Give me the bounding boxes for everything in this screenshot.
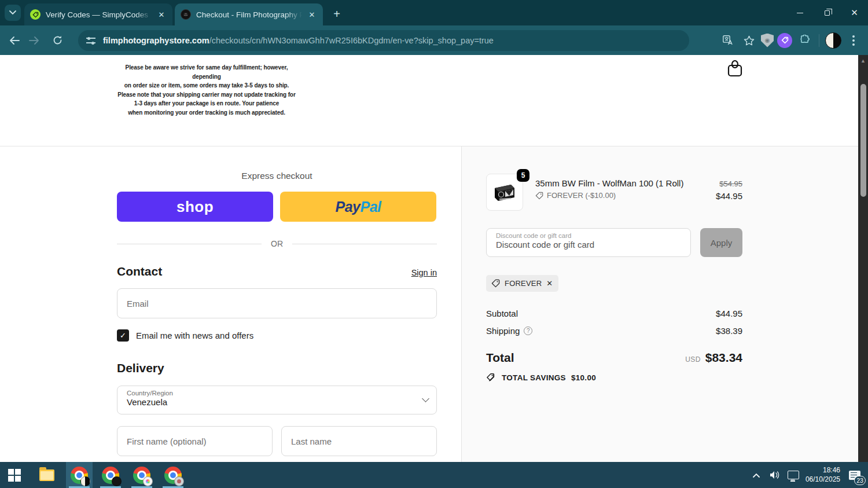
discount-chip-label: FOREVER bbox=[505, 279, 542, 288]
tag-icon bbox=[535, 192, 543, 200]
total-savings-row: TOTAL SAVINGS $10.00 bbox=[486, 373, 742, 382]
network-button[interactable] bbox=[787, 471, 800, 479]
checkout-form-column: Express checkout shop PayPal OR Contact … bbox=[117, 146, 437, 456]
browser-toolbar: filmphotographystore.com/checkouts/cn/hW… bbox=[0, 25, 868, 55]
tags-icon bbox=[486, 373, 496, 382]
clock-time: 18:46 bbox=[806, 466, 840, 475]
translate-button[interactable] bbox=[719, 32, 737, 49]
notification-center-button[interactable]: 23 bbox=[846, 467, 863, 484]
profile-badge bbox=[112, 476, 122, 486]
restore-button[interactable] bbox=[814, 0, 841, 25]
url-path: /checkouts/cn/hWN3omawGhh7wR25I6bKDgdm/e… bbox=[209, 36, 494, 45]
checkout-page: Please be aware we strive for same day f… bbox=[0, 55, 868, 462]
close-button[interactable]: ✕ bbox=[841, 0, 868, 25]
tab-checkout[interactable]: Checkout - Film Photography P ✕ bbox=[175, 3, 323, 25]
tab-title: Verify Codes — SimplyCodes bbox=[46, 10, 152, 19]
file-explorer-button[interactable] bbox=[34, 462, 60, 488]
windows-taskbar: 18:46 06/10/2025 23 bbox=[0, 462, 868, 488]
filmphotography-favicon bbox=[181, 9, 191, 20]
taskbar-clock[interactable]: 18:46 06/10/2025 bbox=[806, 466, 840, 484]
newsletter-option[interactable]: ✓ Email me with news and offers bbox=[117, 329, 437, 342]
bookmark-button[interactable] bbox=[740, 32, 757, 49]
minimize-icon bbox=[797, 13, 803, 13]
forward-button[interactable] bbox=[24, 31, 44, 50]
chevron-down-icon bbox=[9, 10, 16, 15]
country-select[interactable]: Country/Region Venezuela bbox=[117, 386, 437, 414]
address-bar[interactable]: filmphotographystore.com/checkouts/cn/hW… bbox=[78, 30, 689, 51]
tab-simplycodes[interactable]: Verify Codes — SimplyCodes ✕ bbox=[24, 3, 172, 25]
minimize-button[interactable] bbox=[786, 0, 814, 25]
discount-code-row: Discount code or gift card Discount code… bbox=[486, 228, 742, 257]
paypal-button[interactable]: PayPal bbox=[280, 192, 436, 222]
paypal-logo-pay: Pay bbox=[335, 199, 360, 215]
chevron-up-icon bbox=[753, 473, 760, 478]
product-title: 35mm BW Film - WolfMan 100 (1 Roll) bbox=[535, 178, 716, 188]
film-box-image bbox=[491, 181, 518, 203]
chrome-window-2[interactable] bbox=[97, 462, 124, 488]
name-fields bbox=[117, 426, 437, 456]
shield-extension-icon[interactable]: ◉ bbox=[761, 34, 774, 47]
newsletter-label: Email me with news and offers bbox=[136, 331, 253, 340]
savings-value: $10.00 bbox=[571, 373, 596, 382]
restore-icon bbox=[825, 10, 830, 16]
back-button[interactable] bbox=[5, 31, 24, 50]
new-tab-button[interactable]: + bbox=[329, 6, 345, 22]
ethernet-icon bbox=[788, 471, 799, 479]
email-field[interactable] bbox=[117, 288, 437, 318]
url-domain: filmphotographystore.com bbox=[103, 36, 209, 45]
tray-expand-button[interactable] bbox=[750, 473, 763, 478]
last-name-field[interactable] bbox=[281, 426, 437, 456]
site-settings-icon[interactable] bbox=[86, 36, 97, 45]
profile-badge bbox=[174, 476, 184, 486]
chrome-window-3[interactable] bbox=[128, 462, 155, 488]
help-icon[interactable]: ? bbox=[524, 326, 532, 335]
country-select-label: Country/Region bbox=[127, 390, 427, 397]
reload-button[interactable] bbox=[47, 31, 67, 50]
scrollbar-thumb[interactable] bbox=[860, 84, 866, 197]
browser-titlebar: Verify Codes — SimplyCodes ✕ Checkout - … bbox=[0, 0, 868, 25]
chrome-window-4[interactable] bbox=[160, 462, 186, 488]
forward-icon bbox=[29, 36, 39, 45]
shop-pay-button[interactable]: shop bbox=[117, 192, 273, 222]
simplycodes-extension-icon[interactable] bbox=[777, 33, 792, 48]
shipping-value: $38.39 bbox=[716, 326, 742, 336]
tab-close-icon[interactable]: ✕ bbox=[307, 9, 317, 20]
tab-close-icon[interactable]: ✕ bbox=[156, 9, 167, 20]
discount-code-placeholder: Discount code or gift card bbox=[496, 240, 681, 249]
profile-avatar[interactable] bbox=[825, 32, 841, 49]
volume-button[interactable] bbox=[768, 471, 781, 479]
newsletter-checkbox[interactable]: ✓ bbox=[117, 329, 129, 342]
currency-code: USD bbox=[685, 355, 701, 364]
page-scrollbar[interactable]: ▲ bbox=[858, 55, 868, 462]
browser-menu-button[interactable] bbox=[845, 32, 862, 49]
or-divider: OR bbox=[117, 239, 437, 248]
subtotal-row: Subtotal $44.95 bbox=[486, 309, 742, 318]
chrome-window-1-active[interactable] bbox=[66, 462, 93, 488]
cart-line-item: 5 35mm BW Film - WolfMan 100 (1 Roll) FO… bbox=[486, 174, 742, 211]
start-button[interactable] bbox=[1, 462, 28, 488]
folder-icon bbox=[39, 469, 54, 481]
remove-discount-icon[interactable]: ✕ bbox=[546, 279, 553, 288]
country-select-value: Venezuela bbox=[127, 397, 427, 407]
cart-button[interactable] bbox=[724, 58, 745, 79]
kebab-menu-icon bbox=[852, 35, 855, 46]
extensions-button[interactable] bbox=[796, 32, 813, 49]
reload-icon bbox=[53, 35, 62, 45]
simplycodes-favicon bbox=[30, 9, 41, 20]
shipping-label: Shipping bbox=[486, 326, 520, 336]
subtotal-value: $44.95 bbox=[716, 309, 742, 318]
profile-badge bbox=[80, 476, 90, 486]
quantity-badge: 5 bbox=[517, 169, 529, 182]
sign-in-link[interactable]: Sign in bbox=[411, 268, 437, 277]
apply-button[interactable]: Apply bbox=[700, 228, 742, 257]
product-thumbnail: 5 bbox=[486, 174, 523, 211]
applied-discount-chip: FOREVER ✕ bbox=[486, 275, 558, 292]
discount-code-input[interactable]: Discount code or gift card Discount code… bbox=[486, 228, 691, 257]
delivery-heading: Delivery bbox=[117, 361, 437, 375]
product-price: $44.95 bbox=[716, 191, 742, 201]
windows-logo-icon bbox=[8, 469, 21, 482]
first-name-field[interactable] bbox=[117, 426, 273, 456]
product-discount-label: FOREVER (-$10.00) bbox=[547, 191, 616, 200]
scroll-up-icon[interactable]: ▲ bbox=[858, 56, 868, 65]
tab-search-button[interactable] bbox=[5, 5, 21, 21]
